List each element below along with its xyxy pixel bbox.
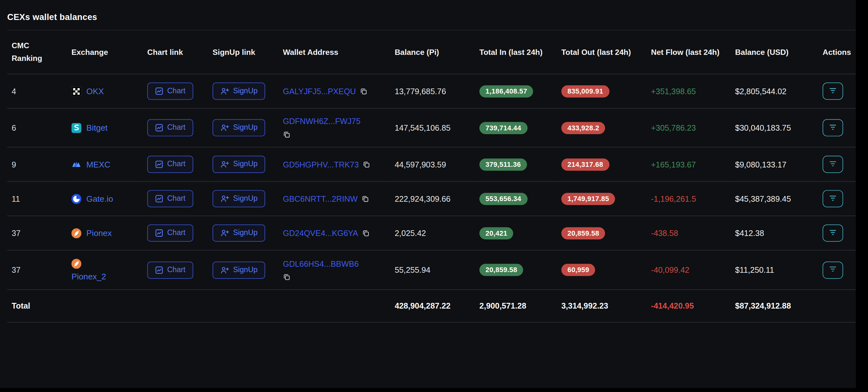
signup-button-label: SignUp — [233, 229, 257, 237]
row-actions-button[interactable] — [823, 83, 843, 100]
chart-button[interactable]: Chart — [147, 261, 193, 278]
table-row: 37 Pionex Chart SignUp GD24QVE4...KG6YA — [7, 216, 856, 250]
balance-pi: 222,924,309.66 — [395, 194, 451, 203]
viewport: CEXs wallet balances CMC Ranking Exchang… — [0, 0, 868, 392]
mexc-logo-icon — [71, 160, 81, 169]
copy-icon[interactable] — [362, 195, 369, 203]
wallet-address-link[interactable]: GALYJFJ5...PXEQU — [283, 87, 356, 96]
header-row: CMC Ranking Exchange Chart link SignUp l… — [7, 30, 856, 74]
wallet-address-link[interactable]: GD5HGPHV...TRK73 — [283, 160, 359, 169]
balance-usd: $412.38 — [735, 229, 765, 237]
total-out-badge: 433,928.2 — [561, 122, 606, 134]
signup-button[interactable]: SignUp — [213, 225, 265, 242]
signup-button[interactable]: SignUp — [213, 156, 265, 173]
column-header-net-flow: Net Flow (last 24h) — [647, 30, 731, 74]
wallet-address-link[interactable]: GDL66HS4...BBWB6 — [283, 259, 359, 268]
signup-button[interactable]: SignUp — [213, 261, 265, 278]
chart-icon — [155, 229, 163, 237]
person-plus-icon — [220, 195, 229, 203]
balance-pi: 55,255.94 — [395, 265, 431, 274]
copy-icon[interactable] — [283, 273, 290, 281]
balance-usd: $11,250.11 — [735, 265, 774, 274]
total-out-badge: 835,009.91 — [561, 85, 609, 97]
cex-balances-panel: CEXs wallet balances CMC Ranking Exchang… — [0, 0, 856, 388]
total-label: Total — [12, 302, 30, 310]
pionex-logo-icon — [71, 228, 81, 238]
filter-icon — [829, 194, 837, 203]
chart-button[interactable]: Chart — [147, 225, 193, 242]
table-footer: Total 428,904,287.22 2,900,571.28 3,314,… — [7, 289, 856, 322]
wallet-cell: GD5HGPHV...TRK73 — [283, 160, 385, 169]
total-out-badge: 1,749,917.85 — [561, 193, 615, 205]
row-actions-button[interactable] — [823, 119, 843, 136]
exchange-link[interactable]: Pionex — [87, 228, 112, 238]
chart-button-label: Chart — [167, 195, 186, 203]
exchange-cell: Pionex — [71, 228, 137, 238]
exchange-cell: OKX — [71, 86, 137, 96]
row-actions-button[interactable] — [823, 190, 843, 207]
column-header-total-out: Total Out (last 24h) — [557, 30, 647, 74]
chart-button[interactable]: Chart — [147, 119, 193, 136]
total-out-badge: 20,859.58 — [561, 227, 606, 239]
column-header-actions: Actions — [818, 30, 856, 74]
wallet-cell: GDFNWH6Z...FWJ75 — [283, 117, 385, 139]
chart-button-label: Chart — [167, 229, 186, 237]
table-row: 9 MEXC Chart SignUp GD5HGPHV...TRK73 — [7, 147, 856, 181]
exchange-link[interactable]: Gate.io — [87, 194, 114, 204]
signup-button-label: SignUp — [233, 87, 257, 95]
balance-pi: 2,025.42 — [395, 229, 426, 237]
okx-logo-icon — [71, 86, 81, 96]
copy-icon[interactable] — [363, 161, 370, 168]
chart-button-label: Chart — [167, 124, 186, 132]
exchange-link[interactable]: OKX — [87, 87, 104, 96]
signup-button[interactable]: SignUp — [213, 83, 265, 100]
row-actions-button[interactable] — [823, 261, 843, 278]
chart-button[interactable]: Chart — [147, 83, 193, 100]
wallet-address-link[interactable]: GD24QVE4...KG6YA — [283, 229, 358, 237]
column-header-signup-link: SignUp link — [208, 30, 278, 74]
net-flow-value: -1,196,261.5 — [651, 194, 696, 203]
balance-pi: 13,779,685.76 — [395, 87, 446, 96]
net-flow-value: +305,786.23 — [651, 123, 696, 132]
chart-icon — [155, 266, 163, 274]
signup-button-label: SignUp — [233, 124, 257, 132]
chart-icon — [155, 124, 163, 132]
exchange-link[interactable]: Bitget — [87, 123, 108, 133]
filter-icon — [829, 229, 837, 237]
row-actions-button[interactable] — [823, 225, 843, 242]
row-actions-button[interactable] — [823, 156, 843, 173]
net-flow-value: -40,099.42 — [651, 265, 689, 274]
balance-pi: 44,597,903.59 — [395, 160, 446, 169]
signup-button[interactable]: SignUp — [213, 190, 265, 207]
wallet-address-link[interactable]: GBC6NRTT...2RINW — [283, 194, 358, 203]
exchange-link[interactable]: Pionex_2 — [71, 272, 106, 281]
chart-button-label: Chart — [167, 160, 186, 168]
exchange-link[interactable]: MEXC — [87, 160, 111, 169]
person-plus-icon — [220, 124, 229, 132]
person-plus-icon — [220, 229, 229, 237]
signup-button[interactable]: SignUp — [213, 119, 265, 136]
balance-usd: $9,080,133.17 — [735, 160, 786, 169]
total-balance-pi: 428,904,287.22 — [395, 302, 451, 310]
person-plus-icon — [220, 266, 229, 274]
copy-icon[interactable] — [362, 229, 370, 237]
cmc-rank: 9 — [12, 160, 16, 169]
chart-button-label: Chart — [167, 87, 186, 95]
balance-usd: $30,040,183.75 — [735, 123, 791, 132]
chart-icon — [155, 195, 163, 203]
exchange-cell: Bitget — [71, 123, 137, 133]
page-title: CEXs wallet balances — [7, 12, 856, 22]
chart-button[interactable]: Chart — [147, 190, 193, 207]
chart-button[interactable]: Chart — [147, 156, 193, 173]
signup-button-label: SignUp — [233, 160, 257, 168]
person-plus-icon — [220, 87, 229, 95]
chart-icon — [155, 160, 163, 168]
balance-pi: 147,545,106.85 — [395, 123, 451, 132]
balance-usd: $45,387,389.45 — [735, 194, 791, 203]
cmc-rank: 37 — [12, 229, 21, 237]
copy-icon[interactable] — [283, 131, 290, 139]
copy-icon[interactable] — [360, 87, 368, 95]
filter-icon — [829, 160, 837, 169]
wallet-address-link[interactable]: GDFNWH6Z...FWJ75 — [283, 117, 361, 126]
total-out-sum: 3,314,992.23 — [561, 302, 608, 310]
